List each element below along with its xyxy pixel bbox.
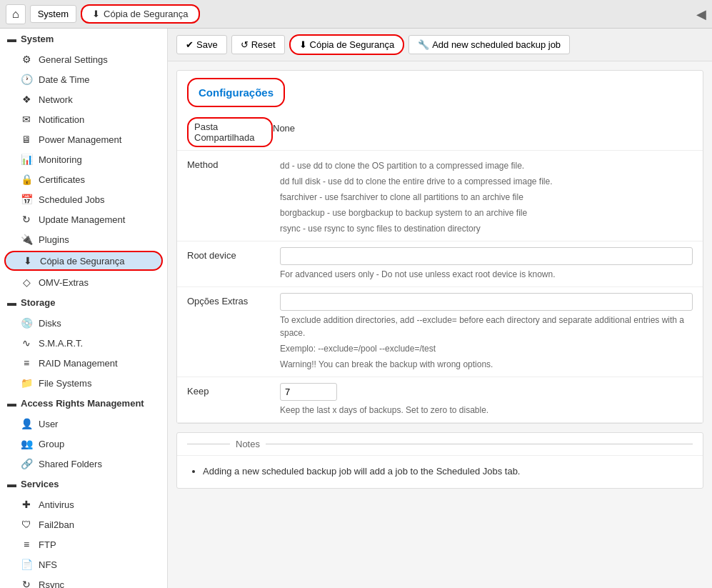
- sidebar-label-general-settings: General Settings: [39, 54, 108, 65]
- keep-value-container: Keep the last x days of backups. Set to …: [280, 383, 693, 417]
- sidebar-group-system[interactable]: ▬ System: [0, 29, 167, 49]
- sidebar-item-notification[interactable]: ✉ Notification: [0, 109, 167, 129]
- root-device-hint: For advanced users only - Do not use unl…: [280, 268, 693, 281]
- backup-button[interactable]: ⬇ Cópia de Segurança: [289, 34, 405, 55]
- sidebar-item-monitoring[interactable]: 📊 Monitoring: [0, 149, 167, 169]
- sidebar-item-scheduled-jobs[interactable]: 📅 Scheduled Jobs: [0, 189, 167, 209]
- sidebar-item-ftp[interactable]: ≡ FTP: [0, 534, 167, 554]
- raid-icon: ≡: [20, 357, 33, 369]
- sidebar-group-services[interactable]: ▬ Services: [0, 474, 167, 494]
- plugin-icon: 🔌: [20, 234, 33, 245]
- sidebar-item-nfs[interactable]: 📄 NFS: [0, 554, 167, 574]
- sidebar-group-storage[interactable]: ▬ Storage: [0, 292, 167, 313]
- sidebar-label-power-management: Power Management: [39, 134, 121, 145]
- notes-body: Adding a new scheduled backup job will a…: [177, 456, 703, 488]
- sidebar-item-plugins[interactable]: 🔌 Plugins: [0, 229, 167, 249]
- keep-input[interactable]: [280, 383, 337, 401]
- sidebar-label-antivirus: Antivirus: [39, 499, 74, 510]
- toolbar: ✔ Save ↺ Reset ⬇ Cópia de Segurança 🔧 Ad…: [168, 29, 712, 61]
- minus-services-icon: ▬: [7, 479, 16, 489]
- notes-header: Notes: [177, 433, 703, 456]
- network-icon: ❖: [20, 94, 33, 105]
- sidebar-item-backup[interactable]: ⬇ Cópia de Segurança: [4, 251, 163, 271]
- method-hint-1: dd - use dd to clone the OS partition to…: [280, 159, 693, 172]
- nfs-icon: 📄: [20, 559, 33, 570]
- section-title: Configurações: [187, 78, 285, 107]
- pasta-label: Pasta Compartilhada: [187, 117, 273, 147]
- sidebar-collapse-button[interactable]: ◀: [696, 6, 706, 22]
- sidebar-label-disks: Disks: [39, 318, 61, 329]
- home-button[interactable]: ⌂: [6, 4, 26, 24]
- power-icon: 🖥: [20, 134, 33, 145]
- sidebar-item-disks[interactable]: 💿 Disks: [0, 313, 167, 333]
- sidebar-item-certificates[interactable]: 🔒 Certificates: [0, 169, 167, 189]
- sidebar-label-network: Network: [39, 94, 73, 105]
- opcoes-label: Opções Extras: [187, 293, 280, 307]
- sidebar-item-smart[interactable]: ∿ S.M.A.R.T.: [0, 333, 167, 353]
- minus-icon: ▬: [7, 34, 16, 44]
- keep-hint: Keep the last x days of backups. Set to …: [280, 404, 693, 417]
- method-hint-3: fsarchiver - use fsarchiver to clone all…: [280, 191, 693, 204]
- shield-icon: 🛡: [20, 519, 33, 530]
- sidebar-label-date-time: Date & Time: [39, 74, 90, 85]
- diamond-icon: ◇: [20, 276, 33, 288]
- sidebar-item-omv-extras[interactable]: ◇ OMV-Extras: [0, 272, 167, 292]
- sidebar-item-date-time[interactable]: 🕐 Date & Time: [0, 69, 167, 89]
- backup-tab-icon: ⬇: [92, 9, 100, 19]
- reset-button[interactable]: ↺ Reset: [231, 35, 285, 54]
- pasta-value-container: None: [273, 120, 693, 136]
- ftp-icon: ≡: [20, 539, 33, 550]
- sidebar-label-certificates: Certificates: [39, 174, 85, 185]
- sidebar-label-rsync: Rsync: [39, 579, 64, 589]
- opcoes-row: Opções Extras To exclude addition direct…: [177, 287, 703, 377]
- backup-tab-button[interactable]: ⬇ Cópia de Segurança: [81, 4, 200, 24]
- reset-label: Reset: [251, 39, 276, 50]
- sidebar-item-group[interactable]: 👥 Group: [0, 434, 167, 454]
- sidebar-label-notification: Notification: [39, 114, 84, 125]
- reset-icon: ↺: [241, 39, 249, 50]
- sidebar-label-group: Group: [39, 439, 64, 449]
- sidebar-label-shared-folders: Shared Folders: [39, 459, 102, 469]
- notes-item-1: Adding a new scheduled backup job will a…: [203, 464, 688, 479]
- monitoring-icon: 📊: [20, 154, 33, 165]
- add-job-button[interactable]: 🔧 Add new scheduled backup job: [408, 35, 570, 54]
- configuracoes-section: Configurações Pasta Compartilhada None M…: [176, 70, 703, 424]
- sidebar-item-update-management[interactable]: ↻ Update Management: [0, 209, 167, 229]
- sidebar-label-ftp: FTP: [39, 539, 56, 550]
- notes-title: Notes: [236, 439, 260, 449]
- sidebar-item-fail2ban[interactable]: 🛡 Fail2ban: [0, 514, 167, 534]
- method-label: Method: [187, 156, 280, 170]
- opcoes-input[interactable]: [280, 293, 693, 311]
- wrench-icon: 🔧: [418, 39, 429, 50]
- sidebar-item-rsync[interactable]: ↻ Rsync: [0, 574, 167, 588]
- method-hint-5: rsync - use rsync to sync files to desti…: [280, 222, 693, 235]
- save-button[interactable]: ✔ Save: [176, 35, 227, 54]
- clock-icon: 🕐: [20, 74, 33, 85]
- smart-icon: ∿: [20, 337, 33, 349]
- sidebar-item-raid[interactable]: ≡ RAID Management: [0, 353, 167, 373]
- sidebar-item-shared-folders[interactable]: 🔗 Shared Folders: [0, 454, 167, 474]
- sidebar-label-plugins: Plugins: [39, 234, 69, 245]
- method-row: Method dd - use dd to clone the OS parti…: [177, 151, 703, 241]
- folder-icon: 📁: [20, 377, 33, 389]
- top-nav-bar: ⌂ System ⬇ Cópia de Segurança ◀: [0, 0, 712, 29]
- opcoes-value-container: To exclude addition directories, add --e…: [280, 293, 693, 371]
- sidebar-label-scheduled-jobs: Scheduled Jobs: [39, 194, 105, 205]
- root-device-input[interactable]: [280, 247, 693, 265]
- sidebar-label-monitoring: Monitoring: [39, 154, 82, 165]
- minus-storage-icon: ▬: [7, 297, 16, 308]
- antivirus-icon: ✚: [20, 499, 33, 510]
- sidebar-item-general-settings[interactable]: ⚙ General Settings: [0, 49, 167, 69]
- sidebar-group-access[interactable]: ▬ Access Rights Management: [0, 393, 167, 414]
- pasta-value: None: [273, 120, 693, 136]
- sidebar-item-antivirus[interactable]: ✚ Antivirus: [0, 494, 167, 514]
- system-nav-button[interactable]: System: [30, 5, 76, 23]
- save-label: Save: [196, 39, 218, 50]
- sidebar-item-user[interactable]: 👤 User: [0, 414, 167, 434]
- sidebar-item-network[interactable]: ❖ Network: [0, 89, 167, 109]
- sidebar-item-power-management[interactable]: 🖥 Power Management: [0, 129, 167, 149]
- backup-btn-icon: ⬇: [299, 39, 307, 50]
- method-hint-2: dd full disk - use dd to clone the entir…: [280, 175, 693, 188]
- sidebar-item-filesystems[interactable]: 📁 File Systems: [0, 373, 167, 393]
- root-device-label: Root device: [187, 247, 280, 261]
